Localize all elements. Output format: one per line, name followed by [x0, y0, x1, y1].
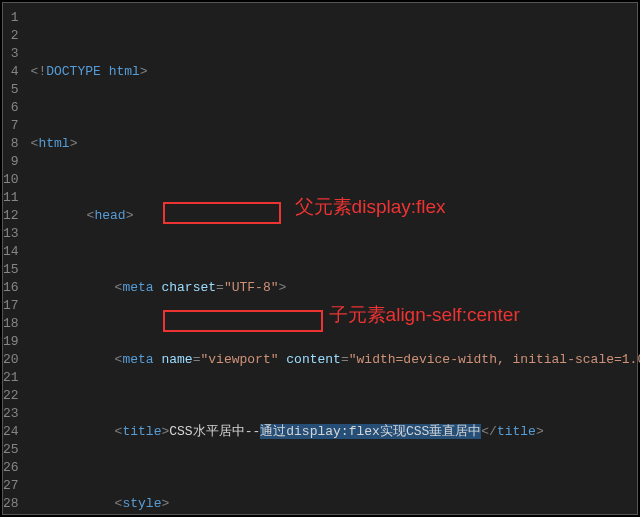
- line-number: 24: [3, 423, 19, 441]
- line-number: 1: [3, 9, 19, 27]
- tag-style-open: style: [122, 496, 161, 511]
- line-number: 21: [3, 369, 19, 387]
- line-number: 10: [3, 171, 19, 189]
- tag-meta-viewport: meta: [122, 352, 153, 367]
- code-editor[interactable]: 1234567891011121314151617181920212223242…: [2, 2, 638, 515]
- line-number: 17: [3, 297, 19, 315]
- selected-text[interactable]: 通过display:flex实现CSS垂直居中: [260, 424, 481, 439]
- doctype: DOCTYPE html: [46, 64, 140, 79]
- line-number: 3: [3, 45, 19, 63]
- line-number: 18: [3, 315, 19, 333]
- line-number: 19: [3, 333, 19, 351]
- line-number: 26: [3, 459, 19, 477]
- line-number: 8: [3, 135, 19, 153]
- line-number: 2: [3, 27, 19, 45]
- line-number: 16: [3, 279, 19, 297]
- annotation-box-2: [163, 310, 323, 332]
- line-number: 13: [3, 225, 19, 243]
- line-number: 12: [3, 207, 19, 225]
- line-number: 4: [3, 63, 19, 81]
- line-number: 5: [3, 81, 19, 99]
- line-number: 9: [3, 153, 19, 171]
- tag-html-open: html: [38, 136, 69, 151]
- line-number: 6: [3, 99, 19, 117]
- tag-meta: meta: [122, 280, 153, 295]
- tag-head-open: head: [94, 208, 125, 223]
- line-number: 27: [3, 477, 19, 495]
- code-area[interactable]: <!DOCTYPE html> <html> <head> <meta char…: [27, 3, 640, 514]
- annotation-label-2: 子元素align-self:center: [329, 306, 520, 324]
- line-number: 7: [3, 117, 19, 135]
- line-number: 23: [3, 405, 19, 423]
- line-number: 22: [3, 387, 19, 405]
- line-number: 20: [3, 351, 19, 369]
- line-number-gutter: 1234567891011121314151617181920212223242…: [3, 3, 27, 514]
- line-number: 28: [3, 495, 19, 513]
- line-number: 25: [3, 441, 19, 459]
- line-number: 14: [3, 243, 19, 261]
- line-number: 11: [3, 189, 19, 207]
- tag-title: title: [122, 424, 161, 439]
- line-number: 15: [3, 261, 19, 279]
